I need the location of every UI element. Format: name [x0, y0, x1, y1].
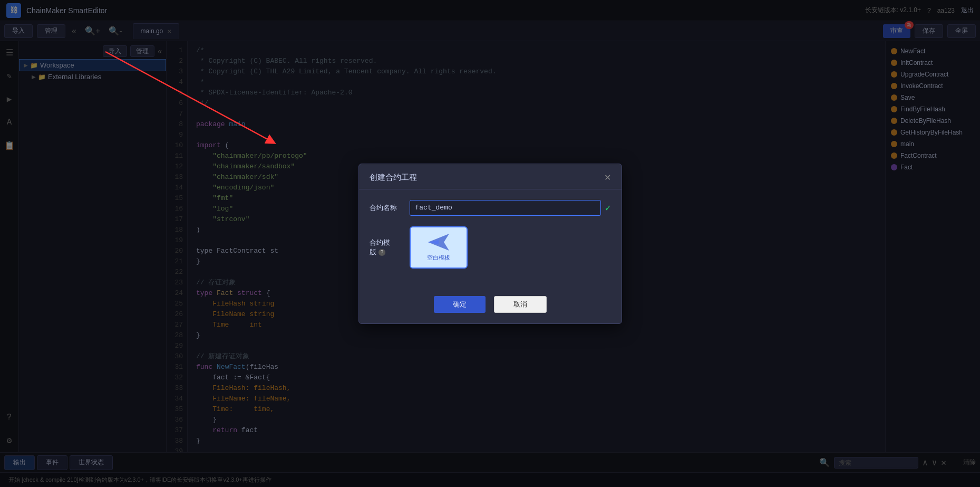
dialog-footer: 确定 取消	[359, 290, 622, 323]
dialog-input-wrap: ✓	[410, 200, 611, 216]
dialog-title: 创建合约工程	[370, 173, 417, 183]
dialog-overlay: 创建合约工程 ✕ 合约名称 ✓ 合约模版?	[0, 0, 980, 487]
dialog-name-label: 合约名称	[370, 203, 401, 213]
dialog-template-row: 合约模版? 空白模板	[370, 226, 611, 269]
template-card-label: 空白模板	[427, 254, 450, 262]
dialog-close-button[interactable]: ✕	[604, 173, 611, 183]
dialog-body: 合约名称 ✓ 合约模版? 空白模板	[359, 189, 622, 290]
plane-icon	[427, 233, 450, 252]
dialog-ok-button[interactable]: 确定	[434, 296, 486, 313]
dialog-cancel-button[interactable]: 取消	[494, 296, 547, 313]
dialog-name-input[interactable]	[410, 200, 601, 216]
dialog-check-icon: ✓	[605, 202, 611, 214]
dialog-name-row: 合约名称 ✓	[370, 200, 611, 216]
dialog-template-label: 合约模版?	[370, 238, 401, 257]
dialog-header: 创建合约工程 ✕	[359, 164, 622, 189]
template-card-blank[interactable]: 空白模板	[410, 226, 468, 269]
create-contract-dialog: 创建合约工程 ✕ 合约名称 ✓ 合约模版?	[358, 164, 622, 324]
template-tooltip-icon: ?	[379, 249, 386, 256]
